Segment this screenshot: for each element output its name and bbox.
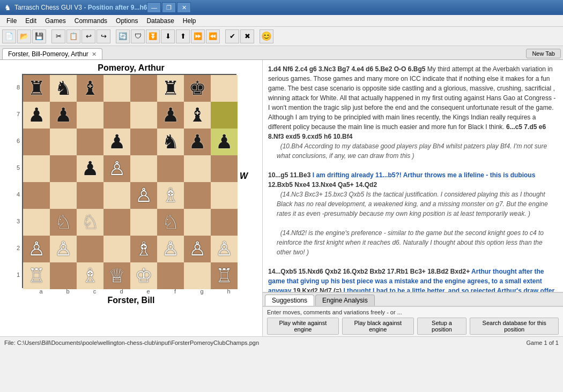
goto-end-button[interactable]: ⏬ <box>146 29 160 43</box>
square-g3[interactable] <box>184 209 211 236</box>
square-e1[interactable]: ♔ <box>130 262 157 289</box>
menu-help[interactable]: Help <box>179 16 201 26</box>
square-c6[interactable] <box>77 129 103 155</box>
play-white-button[interactable]: Play white against engine <box>267 318 339 335</box>
new-file-button[interactable]: 📄 <box>2 29 16 43</box>
square-d4[interactable] <box>103 182 130 209</box>
accept-button[interactable]: ✔ <box>225 29 239 43</box>
play-black-button[interactable]: Play black against engine <box>342 318 414 335</box>
square-d1[interactable]: ♕ <box>103 262 130 289</box>
square-d7[interactable] <box>103 102 130 129</box>
square-b8[interactable]: ♞ <box>50 75 77 102</box>
cut-button[interactable]: ✂ <box>51 29 65 43</box>
square-a7[interactable]: ♟ <box>23 102 50 129</box>
square-e6[interactable] <box>130 129 157 155</box>
square-f4[interactable]: ♗ <box>157 182 184 209</box>
square-c2[interactable] <box>77 236 103 262</box>
square-b4[interactable] <box>50 182 77 209</box>
square-b2[interactable]: ♙ <box>50 236 77 262</box>
square-h3[interactable] <box>211 209 238 236</box>
flip-button[interactable]: 🔄 <box>116 29 130 43</box>
square-e8[interactable] <box>130 75 157 102</box>
square-b6[interactable] <box>50 129 77 155</box>
square-f6[interactable]: ♞ <box>157 129 184 155</box>
undo-button[interactable]: ↩ <box>82 29 95 43</box>
square-a2[interactable]: ♙ <box>23 236 50 262</box>
square-f1[interactable] <box>157 262 184 289</box>
paste-button[interactable]: 📋 <box>66 29 80 43</box>
square-b1[interactable] <box>50 262 77 289</box>
tab-game[interactable]: Forster, Bill-Pomeroy, Arthur ✕ <box>2 48 102 59</box>
square-b7[interactable]: ♟ <box>50 102 77 129</box>
square-g6[interactable]: ♟ <box>184 129 211 155</box>
restore-button[interactable]: ❐ <box>162 2 176 13</box>
help-button[interactable]: 😊 <box>260 29 273 43</box>
square-h4[interactable] <box>211 182 238 209</box>
prev-button[interactable]: ⬆ <box>176 29 190 43</box>
square-a6[interactable] <box>23 129 50 155</box>
square-g7[interactable]: ♝ <box>184 102 211 129</box>
save-button[interactable]: 💾 <box>32 29 46 43</box>
square-b5[interactable] <box>50 155 77 182</box>
square-a3[interactable] <box>23 209 50 236</box>
square-h8[interactable] <box>211 75 238 102</box>
square-c5[interactable]: ♟ <box>77 155 103 182</box>
close-button[interactable]: ✕ <box>177 2 191 13</box>
setup-position-button[interactable]: Setup a position <box>417 318 467 335</box>
square-e7[interactable] <box>130 102 157 129</box>
square-a1[interactable]: ♖ <box>23 262 50 289</box>
square-f3[interactable]: ♘ <box>157 209 184 236</box>
new-tab-button[interactable]: New Tab <box>526 49 561 58</box>
menu-commands[interactable]: Commands <box>70 16 112 26</box>
minimize-button[interactable]: — <box>147 2 161 13</box>
square-a5[interactable] <box>23 155 50 182</box>
menu-options[interactable]: Options <box>112 16 142 26</box>
square-e3[interactable] <box>130 209 157 236</box>
tab-suggestions[interactable]: Suggestions <box>265 295 314 306</box>
square-a8[interactable]: ♜ <box>23 75 50 102</box>
square-g2[interactable]: ♙ <box>184 236 211 262</box>
square-a4[interactable] <box>23 182 50 209</box>
square-c8[interactable]: ♝ <box>77 75 103 102</box>
square-h7[interactable] <box>211 102 238 129</box>
square-d6[interactable]: ♟ <box>103 129 130 155</box>
square-b3[interactable]: ♘ <box>50 209 77 236</box>
square-c7[interactable] <box>77 102 103 129</box>
redo-button[interactable]: ↪ <box>97 29 110 43</box>
square-e5[interactable] <box>130 155 157 182</box>
next-button[interactable]: ⬇ <box>161 29 175 43</box>
square-e2[interactable]: ♗ <box>130 236 157 262</box>
chessboard[interactable]: ♜ ♞ ♝ ♜ ♚ <box>22 74 236 288</box>
square-h6[interactable]: ♟ <box>211 129 238 155</box>
square-c1[interactable]: ♗ <box>77 262 103 289</box>
square-f7[interactable]: ♟ <box>157 102 184 129</box>
square-g8[interactable]: ♚ <box>184 75 211 102</box>
tab-close-icon[interactable]: ✕ <box>92 51 97 58</box>
game-text[interactable]: 1.d4 Nf6 2.c4 g6 3.Nc3 Bg7 4.e4 d6 5.Be2… <box>263 60 563 292</box>
square-d2[interactable] <box>103 236 130 262</box>
square-g5[interactable] <box>184 155 211 182</box>
search-database-button[interactable]: Search database for this position <box>470 318 559 335</box>
menu-database[interactable]: Database <box>142 16 178 26</box>
square-d3[interactable] <box>103 209 130 236</box>
square-f8[interactable]: ♜ <box>157 75 184 102</box>
square-g1[interactable] <box>184 262 211 289</box>
square-f2[interactable]: ♙ <box>157 236 184 262</box>
menu-file[interactable]: File <box>2 16 21 26</box>
square-c3[interactable]: ♘ <box>77 209 103 236</box>
forward-button[interactable]: ⏩ <box>191 29 205 43</box>
menu-edit[interactable]: Edit <box>21 16 41 26</box>
shield-button[interactable]: 🛡 <box>131 29 145 43</box>
menu-games[interactable]: Games <box>41 16 70 26</box>
square-h2[interactable]: ♙ <box>211 236 238 262</box>
square-d5[interactable]: ♙ <box>103 155 130 182</box>
open-button[interactable]: 📂 <box>17 29 31 43</box>
tab-engine-analysis[interactable]: Engine Analysis <box>315 295 375 306</box>
square-f5[interactable] <box>157 155 184 182</box>
square-h1[interactable]: ♖ <box>211 262 238 289</box>
square-g4[interactable] <box>184 182 211 209</box>
cancel-button[interactable]: ✖ <box>240 29 254 43</box>
square-e4[interactable]: ♙ <box>130 182 157 209</box>
back-button[interactable]: ⏪ <box>206 29 220 43</box>
square-h5[interactable] <box>211 155 238 182</box>
